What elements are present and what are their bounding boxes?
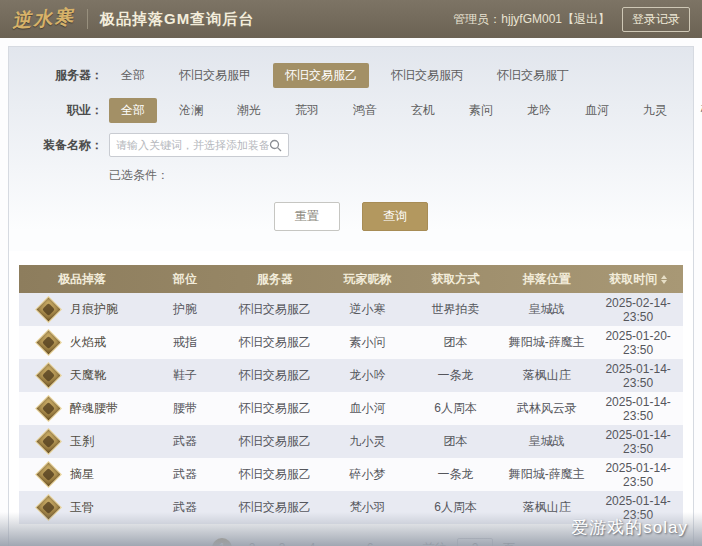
cell-method: 一条龙	[411, 466, 501, 483]
profession-option[interactable]: 鸿音	[341, 98, 389, 123]
cell-method: 团本	[411, 433, 501, 450]
item-gem-icon	[35, 329, 62, 356]
equipment-search-box	[109, 133, 289, 157]
cell-location: 落枫山庄	[500, 367, 593, 384]
page-number[interactable]: 4	[302, 538, 322, 546]
table-row: 玉刹武器怀旧交易服乙九小灵团本皇城战2025-01-14-23:50	[19, 425, 683, 458]
page-number[interactable]: 3	[272, 538, 292, 546]
profession-option[interactable]: 素问	[457, 98, 505, 123]
cell-server: 怀旧交易服乙	[225, 400, 325, 417]
cell-player: 血小河	[324, 400, 410, 417]
item-name: 醉魂腰带	[70, 400, 118, 417]
cell-player: 九小灵	[324, 433, 410, 450]
column-header: 服务器	[225, 271, 325, 288]
next-page-icon[interactable]: ›	[384, 540, 405, 546]
page-ellipsis: ...	[332, 541, 350, 546]
profession-option[interactable]: 沧澜	[167, 98, 215, 123]
server-option[interactable]: 怀旧交易服丙	[379, 63, 475, 88]
table-row: 摘星武器怀旧交易服乙碎小梦一条龙舞阳城-薛魔主2025-01-14-23:50	[19, 458, 683, 491]
cell-item: 玉刹	[19, 432, 145, 451]
profession-option[interactable]: 潮光	[225, 98, 273, 123]
column-header: 部位	[145, 271, 225, 288]
login-record-button[interactable]: 登录记录	[622, 7, 690, 32]
profession-option[interactable]: 全部	[109, 98, 157, 123]
table-row: 月痕护腕护腕怀旧交易服乙逆小寒世界拍卖皇城战2025-02-14-23:50	[19, 293, 683, 326]
profession-filter-row: 职业： 全部沧澜潮光荒羽鸿音玄机素问龙吟血河九灵碎梦神相铁衣	[29, 98, 673, 123]
cell-server: 怀旧交易服乙	[225, 466, 325, 483]
item-gem-icon	[35, 395, 62, 422]
equipment-filter-row: 装备名称：	[29, 133, 673, 157]
profession-option[interactable]: 碎梦	[689, 98, 702, 123]
page-number[interactable]: 6	[360, 538, 380, 546]
item-name: 火焰戒	[70, 334, 106, 351]
cell-player: 逆小寒	[324, 301, 410, 318]
cell-time: 2025-01-14-23:50	[593, 362, 683, 390]
cell-location: 落枫山庄	[500, 499, 593, 516]
goto-page-input[interactable]	[457, 538, 493, 546]
game-logo: 逆水寒	[11, 4, 76, 34]
cell-slot: 武器	[145, 499, 225, 516]
server-filter-row: 服务器： 全部怀旧交易服甲怀旧交易服乙怀旧交易服丙怀旧交易服丁	[29, 63, 673, 88]
cell-location: 舞阳城-薛魔主	[500, 466, 593, 483]
filter-actions: 重置 查询	[29, 194, 673, 245]
cell-server: 怀旧交易服乙	[225, 433, 325, 450]
server-option[interactable]: 怀旧交易服乙	[273, 63, 369, 88]
cell-slot: 武器	[145, 466, 225, 483]
table-body: 月痕护腕护腕怀旧交易服乙逆小寒世界拍卖皇城战2025-02-14-23:50火焰…	[19, 293, 683, 524]
server-option[interactable]: 怀旧交易服甲	[167, 63, 263, 88]
cell-location: 皇城战	[500, 301, 593, 318]
cell-player: 龙小吟	[324, 367, 410, 384]
cell-time: 2025-01-14-23:50	[593, 461, 683, 489]
cell-item: 摘星	[19, 465, 145, 484]
page-number[interactable]: 2	[242, 538, 262, 546]
server-option[interactable]: 怀旧交易服丁	[485, 63, 581, 88]
drops-table: 极品掉落部位服务器玩家昵称获取方式掉落位置获取时间 月痕护腕护腕怀旧交易服乙逆小…	[19, 265, 683, 524]
page-unit-label: 页	[503, 540, 515, 546]
cell-slot: 武器	[145, 433, 225, 450]
item-gem-icon	[35, 428, 62, 455]
cell-item: 醉魂腰带	[19, 399, 145, 418]
table-header-row: 极品掉落部位服务器玩家昵称获取方式掉落位置获取时间	[19, 265, 683, 293]
main-panel: 服务器： 全部怀旧交易服甲怀旧交易服乙怀旧交易服丙怀旧交易服丁 职业： 全部沧澜…	[8, 46, 694, 546]
cell-server: 怀旧交易服乙	[225, 367, 325, 384]
cell-location: 舞阳城-薛魔主	[500, 334, 593, 351]
server-option[interactable]: 全部	[109, 63, 157, 88]
column-header: 掉落位置	[500, 271, 593, 288]
cell-server: 怀旧交易服乙	[225, 499, 325, 516]
item-gem-icon	[35, 461, 62, 488]
profession-option[interactable]: 龙吟	[515, 98, 563, 123]
server-options: 全部怀旧交易服甲怀旧交易服乙怀旧交易服丙怀旧交易服丁	[109, 63, 591, 88]
page-number[interactable]: 1	[212, 538, 232, 546]
reset-button[interactable]: 重置	[274, 202, 340, 231]
top-header-bar: 逆水寒 极品掉落GM查询后台 管理员：hjjyfGM001【退出】 登录记录	[0, 0, 702, 38]
cell-location: 皇城战	[500, 433, 593, 450]
watermark-text: 爱游戏的solay	[571, 516, 688, 539]
query-button[interactable]: 查询	[362, 202, 428, 231]
profession-option[interactable]: 九灵	[631, 98, 679, 123]
cell-method: 6人周本	[411, 400, 501, 417]
sort-icon[interactable]	[661, 275, 667, 284]
equipment-search-input[interactable]	[116, 139, 269, 151]
table-row: 天魔靴鞋子怀旧交易服乙龙小吟一条龙落枫山庄2025-01-14-23:50	[19, 359, 683, 392]
cell-server: 怀旧交易服乙	[225, 301, 325, 318]
selected-conditions-row: 已选条件：	[29, 167, 673, 184]
item-name: 玉骨	[70, 499, 94, 516]
item-gem-icon	[35, 362, 62, 389]
column-header[interactable]: 获取时间	[593, 271, 683, 288]
profession-option[interactable]: 血河	[573, 98, 621, 123]
profession-option[interactable]: 荒羽	[283, 98, 331, 123]
server-filter-label: 服务器：	[29, 67, 103, 84]
search-icon[interactable]	[269, 139, 282, 152]
cell-player: 碎小梦	[324, 466, 410, 483]
profession-option[interactable]: 玄机	[399, 98, 447, 123]
goto-page-label: 前往	[423, 540, 447, 546]
item-gem-icon	[35, 296, 62, 323]
cell-time: 2025-01-20-23:50	[593, 329, 683, 357]
prev-page-icon[interactable]: ‹	[187, 540, 208, 546]
page-title: 极品掉落GM查询后台	[100, 10, 254, 29]
cell-time: 2025-02-14-23:50	[593, 296, 683, 324]
logout-link[interactable]: 【退出】	[562, 12, 610, 26]
column-header: 玩家昵称	[324, 271, 410, 288]
profession-filter-label: 职业：	[29, 102, 103, 119]
pagination: ‹ 1234...6 › 前往 页	[9, 538, 693, 546]
